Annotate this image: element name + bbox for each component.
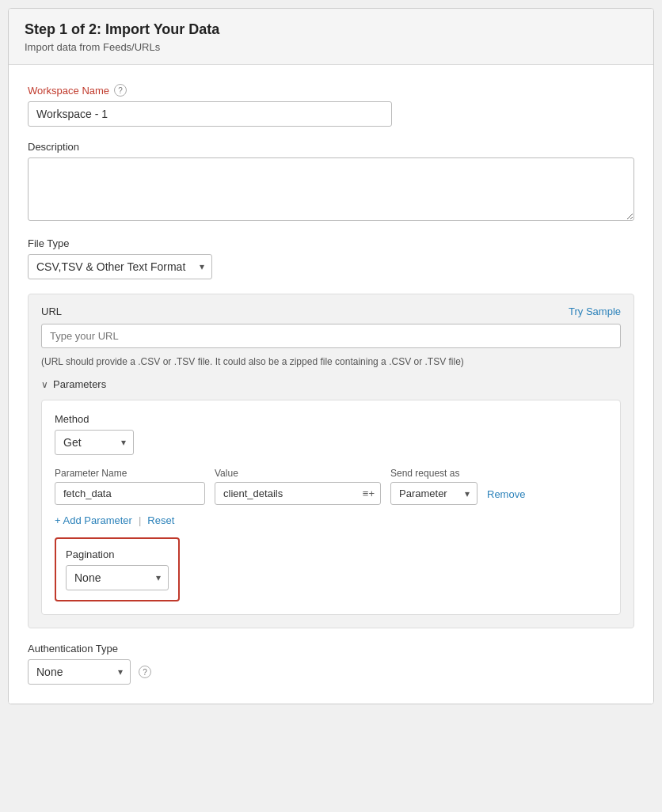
remove-link[interactable]: Remove [487, 488, 525, 500]
url-section: URL Try Sample (URL should provide a .CS… [28, 294, 634, 628]
parameters-panel: Method Get ▾ Parameter Name [41, 400, 621, 615]
method-group: Method Get ▾ [55, 413, 607, 455]
file-type-select[interactable]: CSV,TSV & Other Text Format [28, 254, 212, 279]
workspace-name-label: Workspace Name ? [28, 84, 634, 97]
pipe-divider: | [139, 514, 141, 526]
auth-help-icon[interactable]: ? [139, 666, 151, 678]
file-type-group: File Type CSV,TSV & Other Text Format ▾ [28, 237, 634, 279]
pagination-box: Pagination None ▾ [55, 537, 180, 601]
value-col: Value ≡+ [215, 468, 381, 505]
description-label: Description [28, 141, 634, 153]
method-label: Method [55, 413, 607, 425]
send-as-wrapper: Parameter ▾ [390, 482, 477, 505]
file-type-select-wrapper: CSV,TSV & Other Text Format ▾ [28, 254, 212, 279]
add-param-link[interactable]: + Add Parameter [55, 514, 132, 526]
param-name-input[interactable] [55, 482, 205, 505]
value-col-label: Value [215, 468, 381, 479]
method-select[interactable]: Get [55, 430, 134, 455]
param-actions: + Add Parameter | Reset [55, 514, 607, 526]
parameters-toggle-label: Parameters [53, 378, 106, 390]
description-group: Description [28, 141, 634, 223]
auth-select[interactable]: None [28, 659, 131, 685]
file-type-label: File Type [28, 237, 634, 249]
value-input[interactable] [215, 482, 381, 505]
pagination-select-wrapper: None ▾ [66, 565, 169, 590]
workspace-name-help-icon[interactable]: ? [114, 84, 127, 97]
page-body: Workspace Name ? Description File Type C… [9, 65, 653, 704]
pagination-label: Pagination [66, 548, 169, 560]
page-header: Step 1 of 2: Import Your Data Import dat… [9, 9, 653, 65]
url-row: URL Try Sample [41, 305, 621, 317]
remove-col: Remove [487, 488, 525, 505]
send-as-select[interactable]: Parameter [390, 482, 477, 505]
workspace-name-group: Workspace Name ? [28, 84, 634, 127]
url-input[interactable] [41, 324, 621, 348]
send-as-col: Send request as Parameter ▾ [390, 468, 477, 505]
page-subtitle: Import data from Feeds/URLs [25, 41, 637, 53]
url-label: URL [41, 305, 62, 317]
reset-link[interactable]: Reset [147, 514, 174, 526]
list-add-icon[interactable]: ≡+ [363, 488, 375, 499]
auth-label: Authentication Type [28, 643, 634, 655]
parameters-toggle[interactable]: ∨ Parameters [41, 378, 621, 390]
pagination-select[interactable]: None [66, 565, 169, 590]
param-row: Parameter Name Value ≡+ Send request as [55, 468, 607, 505]
value-input-wrapper: ≡+ [215, 482, 381, 505]
url-hint: (URL should provide a .CSV or .TSV file.… [41, 355, 621, 369]
parameters-chevron-icon: ∨ [41, 379, 48, 390]
auth-row: None ▾ ? [28, 659, 634, 685]
page-container: Step 1 of 2: Import Your Data Import dat… [8, 8, 654, 704]
try-sample-link[interactable]: Try Sample [569, 305, 621, 317]
param-name-col: Parameter Name [55, 468, 205, 505]
description-textarea[interactable] [28, 157, 634, 221]
send-as-col-label: Send request as [390, 468, 477, 479]
auth-section: Authentication Type None ▾ ? [28, 643, 634, 685]
auth-select-wrapper: None ▾ [28, 659, 131, 685]
method-select-wrapper: Get ▾ [55, 430, 134, 455]
page-title: Step 1 of 2: Import Your Data [25, 21, 637, 38]
workspace-name-input[interactable] [28, 101, 392, 127]
param-name-col-label: Parameter Name [55, 468, 205, 479]
